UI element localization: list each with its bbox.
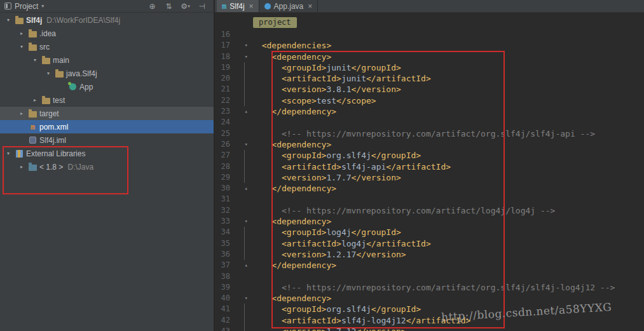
tree-item-java-slf4j[interactable]: ▾java.Slf4j <box>0 67 214 80</box>
code-text: <artifactId>log4j</artifactId> <box>252 238 431 249</box>
folder-icon <box>27 30 38 37</box>
fold-open-icon[interactable]: ▾ <box>230 51 252 62</box>
code-line-31[interactable]: 31 <box>215 194 644 205</box>
tree-item-slf4j[interactable]: ▾Slf4jD:\WorkForIDEA\Slf4j <box>0 13 214 27</box>
fold-gutter <box>230 84 252 95</box>
tree-item-src[interactable]: ▾src <box>0 40 214 53</box>
code-line-34[interactable]: 34 <groupId>log4j</groupId> <box>215 227 644 238</box>
expand-right-icon[interactable]: ▸ <box>16 30 27 36</box>
code-text: <dependency> <box>252 139 331 150</box>
code-line-16[interactable]: 16 <box>215 29 644 40</box>
tree-item-label: Slf4j <box>26 16 42 25</box>
code-line-33[interactable]: 33▾ <dependency> <box>215 216 644 227</box>
tree-item-idea[interactable]: ▸.idea <box>0 27 214 40</box>
module-icon <box>27 137 38 144</box>
line-number: 22 <box>215 95 230 106</box>
code-line-26[interactable]: 26▾ <dependency> <box>215 139 644 150</box>
code-line-25[interactable]: 25 <!-- https://mvnrepository.com/artifa… <box>215 128 644 139</box>
settings-icon[interactable]: ⚙▾ <box>179 2 192 11</box>
line-number: 36 <box>215 249 230 260</box>
collapse-all-icon[interactable]: ⇅ <box>162 2 175 11</box>
fold-open-icon[interactable]: ▾ <box>230 293 252 304</box>
expand-down-icon[interactable]: ▾ <box>3 151 14 156</box>
tree-item-external-libraries[interactable]: ▾External Libraries <box>0 147 214 160</box>
code-line-23[interactable]: 23▴ </dependency> <box>215 106 644 117</box>
code-line-36[interactable]: 36 <version>1.2.17</version> <box>215 249 644 260</box>
project-tree: ▾Slf4jD:\WorkForIDEA\Slf4j▸.idea▾src▾mai… <box>0 13 214 173</box>
tab-slf4j[interactable]: m Slf4j × <box>217 0 259 12</box>
expand-down-icon[interactable]: ▾ <box>16 44 27 50</box>
library-icon <box>14 150 25 158</box>
expand-down-icon[interactable]: ▾ <box>3 17 14 23</box>
code-text: <groupId>junit</groupId> <box>252 62 401 73</box>
code-line-20[interactable]: 20 <artifactId>junit</artifactId> <box>215 73 644 84</box>
code-line-19[interactable]: 19 <groupId>junit</groupId> <box>215 62 644 73</box>
fold-open-icon[interactable]: ▾ <box>230 40 252 51</box>
code-text: <version>1.2.17</version> <box>252 249 406 260</box>
tree-item-app[interactable]: App <box>0 80 214 93</box>
tree-item-slf4j-iml[interactable]: Slf4j.iml <box>0 133 214 147</box>
code-line-32[interactable]: 32 <!-- https://mvnrepository.com/artifa… <box>215 205 644 216</box>
tree-item-test[interactable]: ▸test <box>0 93 214 107</box>
code-line-28[interactable]: 28 <artifactId>slf4j-api</artifactId> <box>215 161 644 172</box>
code-text: <groupId>org.slf4j</groupId> <box>252 304 421 314</box>
line-number: 43 <box>215 326 230 331</box>
fold-gutter <box>230 238 252 249</box>
fold-close-icon[interactable]: ▴ <box>230 106 252 117</box>
code-line-24[interactable]: 24 <box>215 117 644 128</box>
line-number: 23 <box>215 106 230 117</box>
chevron-down-icon[interactable]: ▾ <box>41 3 44 9</box>
code-text: <dependency> <box>252 293 331 304</box>
expand-right-icon[interactable]: ▸ <box>16 111 27 116</box>
code-line-41[interactable]: 41 <groupId>org.slf4j</groupId> <box>215 304 644 314</box>
folder-icon <box>27 111 38 117</box>
code-text: <version>1.7.7</version> <box>252 172 401 183</box>
expand-right-icon[interactable]: ▸ <box>16 164 27 170</box>
fold-gutter <box>230 315 252 326</box>
expand-down-icon[interactable]: ▾ <box>29 57 41 63</box>
close-icon[interactable]: × <box>249 2 254 11</box>
jdk-icon <box>27 164 38 170</box>
fold-gutter <box>230 128 252 139</box>
code-line-30[interactable]: 30▴ </dependency> <box>215 183 644 194</box>
code-line-40[interactable]: 40▾ <dependency> <box>215 293 644 304</box>
code-line-29[interactable]: 29 <version>1.7.7</version> <box>215 172 644 183</box>
code-line-38[interactable]: 38 <box>215 271 644 282</box>
code-line-21[interactable]: 21 <version>3.8.1</version> <box>215 84 644 95</box>
expand-right-icon[interactable]: ▸ <box>29 97 41 103</box>
code-line-42[interactable]: 42 <artifactId>slf4j-log4j12</artifactId… <box>215 315 644 326</box>
fold-close-icon[interactable]: ▴ <box>230 260 252 271</box>
fold-open-icon[interactable]: ▾ <box>230 216 252 227</box>
fold-gutter <box>230 95 252 106</box>
code-text: <dependencies> <box>252 40 331 51</box>
fold-open-icon[interactable]: ▾ <box>230 139 252 150</box>
fold-close-icon[interactable]: ▴ <box>230 183 252 194</box>
code-line-22[interactable]: 22 <scope>test</scope> <box>215 95 644 106</box>
breadcrumb-tag-project[interactable]: project <box>253 17 297 28</box>
hide-panel-icon[interactable]: ⊣ <box>195 2 209 11</box>
line-number: 24 <box>215 117 230 128</box>
tree-item-label: test <box>53 96 65 105</box>
code-line-17[interactable]: 17▾ <dependencies> <box>215 40 644 51</box>
tree-item-1-8[interactable]: ▸< 1.8 >D:\Java <box>0 160 214 173</box>
code-text: <dependency> <box>252 51 331 62</box>
expand-down-icon[interactable]: ▾ <box>43 71 54 76</box>
tree-item-main[interactable]: ▾main <box>0 53 214 67</box>
panel-title[interactable]: Project <box>15 2 38 11</box>
code-line-18[interactable]: 18▾ <dependency> <box>215 51 644 62</box>
close-icon[interactable]: × <box>308 2 312 11</box>
folder-icon <box>14 17 25 24</box>
line-number: 39 <box>215 282 230 293</box>
fold-gutter <box>230 172 252 183</box>
code-line-27[interactable]: 27 <groupId>org.slf4j</groupId> <box>215 150 644 161</box>
line-number: 26 <box>215 139 230 150</box>
locate-icon[interactable]: ⊕ <box>146 2 159 11</box>
tree-item-path: D:\Java <box>67 163 93 172</box>
tree-item-pom-xml[interactable]: mpom.xml <box>0 120 214 133</box>
code-line-43[interactable]: 43 <version>1.7.12</version> <box>215 326 644 331</box>
code-line-37[interactable]: 37▴ </dependency> <box>215 260 644 271</box>
tree-item-target[interactable]: ▸target <box>0 107 214 120</box>
code-line-35[interactable]: 35 <artifactId>log4j</artifactId> <box>215 238 644 249</box>
code-line-39[interactable]: 39 <!-- https://mvnrepository.com/artifa… <box>215 282 644 293</box>
tab-app-java[interactable]: App.java × <box>259 0 319 12</box>
